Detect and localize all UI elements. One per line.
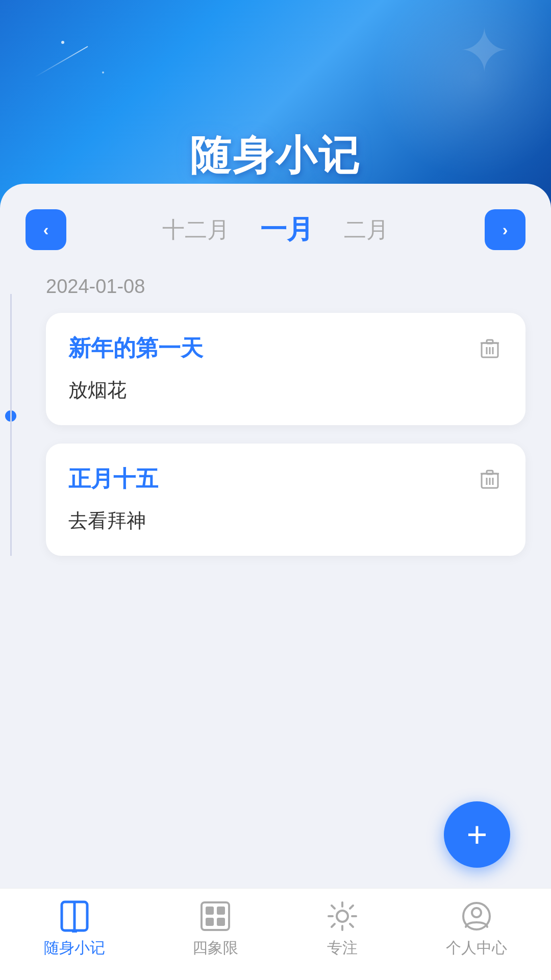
note-card-1-content: 放烟花 [68,376,503,405]
note-card-1-title: 新年的第一天 [68,333,203,363]
app-title: 随身小记 [190,129,361,184]
nav-tab-focus[interactable]: 专注 [311,895,374,964]
note-card-1-header: 新年的第一天 [68,333,503,363]
note-card-2[interactable]: 正月十五 去看拜神 [46,444,525,556]
svg-point-15 [337,911,348,922]
grid-cell-1 [206,906,214,915]
firework-decoration [408,15,510,117]
delete-note-2-button[interactable] [477,466,503,493]
svg-point-25 [472,908,481,917]
timeline-container: 2024-01-08 新年的第一天 放烟花 [26,276,525,556]
next-month-button[interactable]: › [485,209,525,250]
grid-cell-2 [217,906,225,915]
quadrant-icon [199,900,232,933]
sparkle-decoration-1 [61,41,64,44]
month-february[interactable]: 二月 [344,215,389,245]
date-label: 2024-01-08 [46,276,145,298]
header-background: 随身小记 [0,0,551,214]
plus-icon: + [467,817,488,852]
note-card-2-content: 去看拜神 [68,506,503,535]
delete-note-1-button[interactable] [477,335,503,362]
nav-tab-focus-label: 专注 [327,938,358,959]
profile-icon [460,900,493,933]
grid-cell-4 [217,918,225,926]
focus-icon [326,900,359,933]
trash-icon-1 [481,338,499,359]
svg-line-21 [350,924,353,927]
svg-rect-8 [487,471,493,474]
month-december[interactable]: 十二月 [162,215,230,245]
nav-tab-notes[interactable]: 随身小记 [29,895,120,964]
nav-tab-profile[interactable]: 个人中心 [431,895,522,964]
svg-line-22 [350,905,353,909]
note-card-1[interactable]: 新年的第一天 放烟花 [46,313,525,425]
shooting-star-decoration [35,46,88,78]
grid-cell-3 [206,918,214,926]
bottom-navigation: 随身小记 四象限 [0,888,551,980]
chevron-left-icon: ‹ [43,220,49,239]
svg-line-20 [332,905,335,909]
month-list: 十二月 一月 二月 [66,212,485,248]
notes-icon [58,900,91,933]
nav-tab-quadrant[interactable]: 四象限 [177,895,254,964]
chevron-right-icon: › [503,220,508,239]
trash-icon-2 [481,469,499,490]
add-note-fab[interactable]: + [444,801,510,868]
svg-rect-2 [487,340,493,344]
date-row: 2024-01-08 [46,276,525,298]
note-card-2-header: 正月十五 [68,464,503,494]
nav-tab-quadrant-label: 四象限 [192,938,238,959]
prev-month-button[interactable]: ‹ [26,209,66,250]
svg-line-23 [332,924,335,927]
nav-tab-notes-label: 随身小记 [44,938,105,959]
month-january-active[interactable]: 一月 [260,212,313,248]
nav-tab-profile-label: 个人中心 [446,938,507,959]
timeline-line [10,294,12,556]
grid-icon-inner [201,901,230,931]
sparkle-decoration-2 [102,71,104,74]
month-navigation: ‹ 十二月 一月 二月 › [26,209,525,250]
note-card-2-title: 正月十五 [68,464,158,494]
